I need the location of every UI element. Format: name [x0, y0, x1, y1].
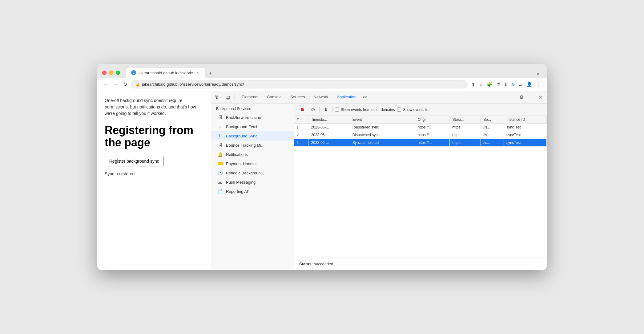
google-button[interactable]: G	[510, 81, 516, 88]
tab-network[interactable]: Network	[309, 92, 333, 102]
sidebar-item-push-messaging[interactable]: ☁ Push Messaging	[211, 177, 294, 187]
close-button[interactable]	[102, 71, 107, 75]
tab-application[interactable]: Application	[332, 92, 361, 102]
browser-window: J jakearchibald.github.io/isservic × + ∨…	[97, 64, 547, 270]
sidebar-label-background-fetch: Background Fetch	[226, 124, 259, 129]
cell-event-3: Sync completed	[350, 139, 415, 147]
webpage-heading: Registering from the page	[105, 124, 203, 149]
cell-num-2: 2.	[294, 131, 308, 139]
tab-sources[interactable]: Sources	[286, 92, 309, 102]
periodic-background-icon: 🕐	[217, 170, 223, 175]
more-options-icon[interactable]: ⋮	[527, 92, 535, 102]
share-button[interactable]: ⬆	[470, 80, 477, 88]
show-events-fr-checkbox-group[interactable]: Show events fr...	[397, 108, 430, 112]
sidebar-section-title: Background Services	[211, 104, 294, 113]
col-se: Se...	[481, 116, 504, 124]
devtools-sidebar: Background Services 🗄 Back/forward cache…	[211, 104, 294, 270]
record-button[interactable]: ⏺	[298, 106, 307, 114]
title-bar: J jakearchibald.github.io/isservic × + ∨	[97, 64, 547, 78]
table-row[interactable]: 1. 2023-06-... Registered sync https://.…	[294, 124, 547, 131]
sidebar-item-background-fetch[interactable]: ↕ Background Fetch	[211, 122, 294, 131]
show-events-fr-checkbox[interactable]	[397, 108, 401, 112]
webpage: One-off background sync doesn't require …	[97, 91, 211, 270]
refresh-button[interactable]: ↻	[122, 80, 128, 88]
col-origin: Origin	[415, 116, 450, 124]
settings-icon[interactable]: ⚙	[517, 92, 525, 102]
devtools-main-toolbar: ⏺ ⊘ ⬇ Show events from other domains Sho…	[294, 104, 547, 116]
sidebar-item-notifications[interactable]: 🔔 Notifications	[211, 150, 294, 159]
minimize-button[interactable]	[109, 71, 113, 75]
notifications-icon: 🔔	[217, 152, 223, 157]
sidebar-label-notifications: Notifications	[226, 152, 248, 157]
status-label: Status:	[299, 262, 313, 266]
sidebar-toggle[interactable]: ▭	[517, 80, 524, 88]
devtools-panel: Elements Console Sources Network Applica…	[211, 91, 547, 270]
sidebar-item-background-sync[interactable]: ↻ Background Sync	[211, 131, 294, 141]
bounce-tracking-icon: 🗄	[217, 143, 223, 148]
more-tabs[interactable]: >>	[361, 92, 369, 102]
sidebar-item-bounce-tracking[interactable]: 🗄 Bounce Tracking Mi...	[211, 141, 294, 150]
tab-close-icon[interactable]: ×	[195, 70, 200, 75]
event-status-panel: Status: succeeded	[294, 258, 547, 270]
cell-origin-3: https://...	[415, 139, 450, 147]
cell-event-2: Dispatched sync ...	[350, 131, 415, 139]
forward-button[interactable]: →	[112, 80, 119, 88]
reporting-api-icon: 📄	[217, 189, 223, 194]
cell-origin-2: https://...	[415, 131, 450, 139]
show-events-checkbox[interactable]	[335, 108, 339, 112]
device-mode-icon[interactable]	[223, 93, 232, 102]
sidebar-label-back-forward: Back/forward cache	[226, 115, 261, 120]
traffic-lights	[102, 71, 120, 75]
col-instance-id: Instance ID	[504, 116, 546, 124]
maximize-button[interactable]	[116, 71, 120, 75]
cell-timestamp-1: 2023-06-...	[308, 124, 350, 131]
cell-storage-1: https:...	[450, 124, 481, 131]
show-events-checkbox-group[interactable]: Show events from other domains	[335, 108, 395, 112]
sidebar-item-periodic-background[interactable]: 🕐 Periodic Backgroun...	[211, 168, 294, 177]
select-element-icon[interactable]	[214, 93, 222, 102]
toolbar-separator-2	[332, 107, 332, 112]
clear-button[interactable]: ⊘	[309, 105, 317, 114]
sidebar-label-periodic-background: Periodic Backgroun...	[226, 171, 264, 175]
status-value: succeeded	[314, 262, 333, 266]
sync-status: Sync registered	[105, 171, 203, 176]
sidebar-label-reporting-api: Reporting API	[226, 189, 251, 194]
tab-console[interactable]: Console	[263, 92, 286, 102]
new-tab-button[interactable]: +	[206, 69, 215, 78]
sidebar-label-bounce-tracking: Bounce Tracking Mi...	[226, 143, 264, 148]
sidebar-item-reporting-api[interactable]: 📄 Reporting API	[211, 187, 294, 196]
url-bar[interactable]: 🔒 jakearchibald.github.io/isserviceworke…	[131, 80, 468, 88]
col-event: Event	[350, 116, 415, 124]
download-button[interactable]: ⬇	[503, 80, 509, 88]
webpage-description: One-off background sync doesn't require …	[105, 97, 203, 117]
tab-favicon: J	[131, 70, 136, 75]
address-bar: ← → ↻ 🔒 jakearchibald.github.io/isservic…	[97, 78, 547, 91]
sidebar-item-payment-handler[interactable]: 💳 Payment Handler	[211, 159, 294, 168]
background-fetch-icon: ↕	[217, 124, 223, 129]
bookmark-button[interactable]: ☆	[478, 80, 484, 88]
back-button[interactable]: ←	[102, 80, 110, 88]
table-row[interactable]: 2. 2023-06-... Dispatched sync ... https…	[294, 131, 547, 139]
table-row-selected[interactable]: 3. 2023-06-... Sync completed https://..…	[294, 139, 547, 147]
cell-num-1: 1.	[294, 124, 308, 131]
cell-origin-1: https://...	[415, 124, 450, 131]
tab-elements[interactable]: Elements	[237, 92, 263, 102]
col-num: #	[294, 116, 308, 124]
extensions-button[interactable]: 🧩	[485, 80, 494, 88]
cell-instance-1: syncTest	[504, 124, 546, 131]
tab-overflow-button[interactable]: ∨	[534, 71, 542, 78]
url-text: jakearchibald.github.io/isserviceworkerr…	[142, 82, 463, 87]
labs-button[interactable]: ⚗	[495, 80, 501, 88]
export-button[interactable]: ⬇	[322, 105, 330, 114]
browser-tab[interactable]: J jakearchibald.github.io/isservic ×	[126, 68, 205, 78]
devtools-topbar: Elements Console Sources Network Applica…	[211, 91, 547, 104]
devtools-body: Background Services 🗄 Back/forward cache…	[211, 104, 547, 270]
register-sync-button[interactable]: Register background sync	[105, 156, 164, 166]
profile-button[interactable]: 👤	[525, 80, 533, 88]
col-timestamp: Timestа...	[308, 116, 350, 124]
sidebar-item-back-forward[interactable]: 🗄 Back/forward cache	[211, 113, 294, 122]
menu-button[interactable]: ⋮	[535, 80, 542, 88]
background-sync-icon: ↻	[217, 133, 223, 138]
close-devtools-icon[interactable]: ✕	[537, 92, 544, 102]
events-table: # Timestа... Event Origin Stora... Se...…	[294, 116, 547, 147]
